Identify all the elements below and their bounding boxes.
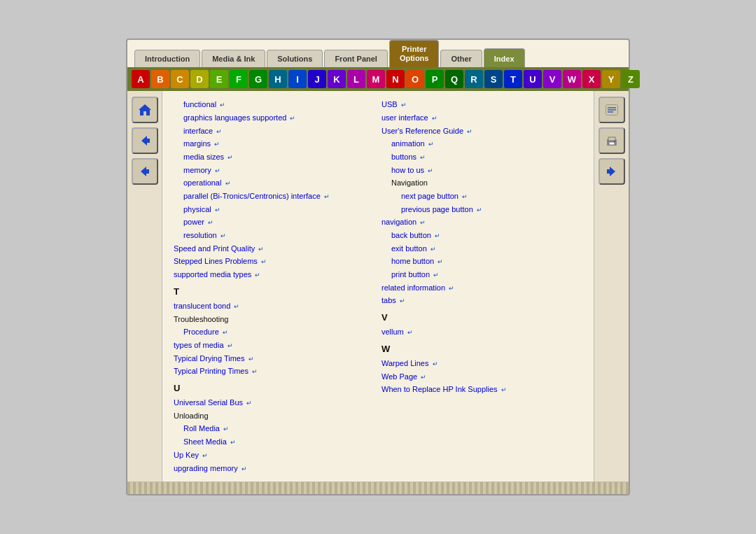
- print-button[interactable]: [598, 127, 625, 154]
- list-item: Troubleshooting: [174, 313, 374, 326]
- alpha-G[interactable]: G: [249, 70, 267, 88]
- tab-front-panel[interactable]: Front Panel: [324, 50, 388, 67]
- tab-introduction[interactable]: Introduction: [134, 50, 200, 67]
- alpha-T[interactable]: T: [504, 70, 522, 88]
- tab-bar: Introduction Media & Ink Solutions Front…: [127, 40, 629, 67]
- list-item[interactable]: user interface ↵: [382, 111, 582, 125]
- alpha-N[interactable]: N: [386, 70, 405, 88]
- alpha-M[interactable]: M: [367, 70, 385, 88]
- list-item[interactable]: translucent bond ↵: [174, 300, 374, 313]
- list-item[interactable]: Universal Serial Bus ↵: [174, 396, 374, 409]
- tab-other[interactable]: Other: [440, 50, 482, 67]
- list-item[interactable]: parallel (Bi-Tronics/Centronics) interfa…: [174, 190, 374, 203]
- alpha-K[interactable]: K: [328, 70, 346, 88]
- list-item[interactable]: interface ↵: [174, 125, 374, 138]
- content-wrapper: functional ↵ graphics languages supporte…: [127, 91, 629, 482]
- list-item[interactable]: print button ↵: [382, 268, 582, 281]
- list-item[interactable]: memory ↵: [174, 164, 374, 177]
- main-container: Introduction Media & Ink Solutions Front…: [126, 38, 630, 496]
- list-item[interactable]: tabs ↵: [382, 294, 582, 307]
- alpha-Q[interactable]: Q: [445, 70, 463, 88]
- list-item[interactable]: functional ↵: [174, 98, 374, 111]
- list-item[interactable]: Roll Media ↵: [174, 422, 374, 435]
- content-area: functional ↵ graphics languages supporte…: [162, 91, 594, 482]
- svg-marker-12: [607, 167, 615, 176]
- list-item[interactable]: Sheet Media ↵: [174, 435, 374, 449]
- list-item[interactable]: vellum ↵: [382, 325, 582, 339]
- alpha-P[interactable]: P: [426, 70, 444, 88]
- section-W: W: [382, 342, 582, 357]
- alpha-E[interactable]: E: [210, 70, 228, 88]
- section-T: T: [174, 284, 374, 300]
- list-item[interactable]: related information ↵: [382, 281, 582, 295]
- list-item[interactable]: upgrading memory ↵: [174, 462, 374, 475]
- list-item[interactable]: how to us ↵: [382, 164, 582, 177]
- alpha-C[interactable]: C: [171, 70, 189, 88]
- list-item[interactable]: media sizes ↵: [174, 150, 374, 164]
- list-item[interactable]: Procedure ↵: [174, 325, 374, 339]
- list-item[interactable]: previous page button ↵: [382, 203, 582, 216]
- list-item[interactable]: resolution ↵: [174, 229, 374, 242]
- list-item[interactable]: exit button ↵: [382, 242, 582, 255]
- list-item[interactable]: power ↵: [174, 216, 374, 229]
- svg-marker-2: [141, 167, 149, 176]
- list-item[interactable]: Typical Drying Times ↵: [174, 352, 374, 365]
- alpha-F[interactable]: F: [230, 70, 248, 88]
- section-U: U: [174, 381, 374, 396]
- bottom-strip: [127, 482, 629, 494]
- alpha-J[interactable]: J: [308, 70, 326, 88]
- svg-point-11: [614, 141, 615, 142]
- list-item[interactable]: Up Key ↵: [174, 449, 374, 462]
- list-item[interactable]: home button ↵: [382, 255, 582, 268]
- list-item[interactable]: margins ↵: [174, 137, 374, 150]
- alpha-X[interactable]: X: [582, 70, 601, 88]
- svg-rect-10: [609, 142, 615, 145]
- tab-media-ink[interactable]: Media & Ink: [202, 50, 265, 67]
- back-button[interactable]: [132, 127, 158, 154]
- left-nav: [127, 91, 162, 482]
- svg-rect-9: [608, 137, 615, 141]
- alpha-Z[interactable]: Z: [622, 70, 640, 88]
- alpha-U[interactable]: U: [524, 70, 542, 88]
- alphabet-bar: A B C D E F G H I J K L M N O P Q R S T …: [127, 67, 629, 91]
- alpha-I[interactable]: I: [288, 70, 307, 88]
- section-V: V: [382, 310, 582, 325]
- list-item[interactable]: When to Replace HP Ink Supplies ↵: [382, 383, 582, 396]
- list-item[interactable]: buttons ↵: [382, 150, 582, 164]
- list-item[interactable]: types of media ↵: [174, 339, 374, 352]
- alpha-H[interactable]: H: [269, 70, 287, 88]
- list-item[interactable]: Warped Lines ↵: [382, 357, 582, 370]
- alpha-R[interactable]: R: [465, 70, 483, 88]
- tab-solutions[interactable]: Solutions: [267, 50, 323, 67]
- alpha-Y[interactable]: Y: [602, 70, 620, 88]
- list-item[interactable]: operational ↵: [174, 176, 374, 190]
- list-item[interactable]: navigation ↵: [382, 216, 582, 229]
- list-item[interactable]: Stepped Lines Problems ↵: [174, 255, 374, 268]
- alpha-O[interactable]: O: [406, 70, 424, 88]
- list-item[interactable]: Speed and Print Quality ↵: [174, 242, 374, 255]
- alpha-B[interactable]: B: [151, 70, 169, 88]
- alpha-V[interactable]: V: [543, 70, 561, 88]
- list-item[interactable]: Typical Printing Times ↵: [174, 365, 374, 378]
- list-item[interactable]: Web Page ↵: [382, 370, 582, 384]
- list-item[interactable]: back button ↵: [382, 229, 582, 242]
- alpha-W[interactable]: W: [563, 70, 581, 88]
- contents-button[interactable]: [598, 97, 625, 123]
- list-item[interactable]: physical ↵: [174, 203, 374, 216]
- list-item[interactable]: next page button ↵: [382, 190, 582, 203]
- list-item[interactable]: supported media types ↵: [174, 268, 374, 281]
- forward-left-button[interactable]: [132, 158, 158, 185]
- alpha-A[interactable]: A: [132, 70, 150, 88]
- list-item[interactable]: USB ↵: [382, 98, 582, 111]
- list-item[interactable]: User's Reference Guide ↵: [382, 125, 582, 138]
- alpha-L[interactable]: L: [347, 70, 365, 88]
- right-forward-button[interactable]: [598, 158, 625, 185]
- alpha-D[interactable]: D: [190, 70, 209, 88]
- home-button[interactable]: [132, 97, 158, 123]
- alpha-S[interactable]: S: [484, 70, 503, 88]
- tab-printer-options[interactable]: PrinterOptions: [389, 40, 440, 67]
- tab-index[interactable]: Index: [484, 48, 525, 67]
- left-column: functional ↵ graphics languages supporte…: [174, 98, 374, 475]
- list-item[interactable]: graphics languages supported ↵: [174, 111, 374, 125]
- list-item[interactable]: animation ↵: [382, 137, 582, 150]
